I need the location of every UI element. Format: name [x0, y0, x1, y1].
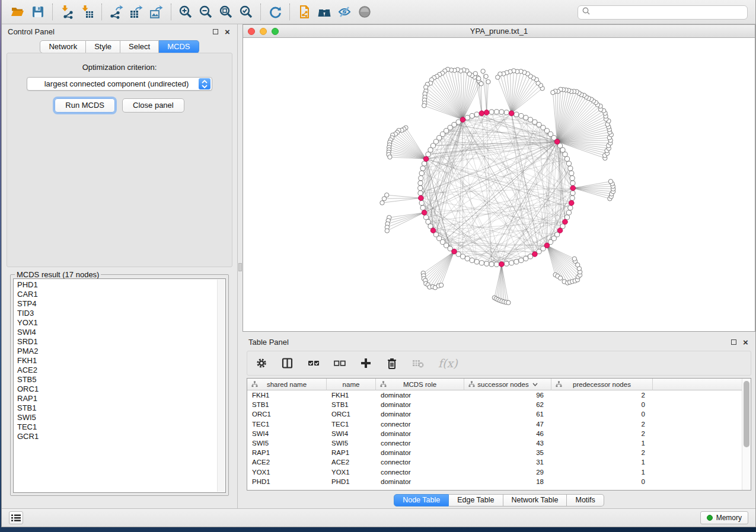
- cell[interactable]: ACE2: [327, 457, 376, 467]
- table-row[interactable]: ACE2ACE2connector311: [247, 457, 742, 467]
- cell[interactable]: YOX1: [327, 467, 376, 477]
- column-header-successor-nodes[interactable]: successor nodes: [464, 379, 551, 390]
- cell[interactable]: 1: [551, 438, 653, 448]
- table-row[interactable]: SWI4SWI4dominator462: [247, 429, 742, 438]
- cell[interactable]: dominator: [376, 400, 464, 409]
- import-network-icon[interactable]: [57, 2, 77, 21]
- import-table-icon[interactable]: [77, 2, 97, 21]
- columns-icon[interactable]: [282, 355, 294, 371]
- zoom-selected-icon[interactable]: [236, 2, 256, 21]
- mcds-node-item[interactable]: TID3: [17, 309, 225, 318]
- search-input[interactable]: [591, 8, 744, 17]
- cell[interactable]: PHD1: [247, 477, 327, 486]
- cell[interactable]: STB1: [247, 400, 327, 409]
- cell[interactable]: connector: [376, 419, 464, 429]
- cell[interactable]: 1: [551, 467, 653, 477]
- cell[interactable]: 29: [464, 467, 551, 477]
- table-row[interactable]: TEC1TEC1connector472: [247, 419, 742, 429]
- cell[interactable]: 62: [464, 400, 551, 409]
- cell[interactable]: connector: [376, 438, 464, 448]
- cell[interactable]: 47: [464, 419, 551, 429]
- zoom-fit-icon[interactable]: [216, 2, 236, 21]
- mcds-node-item[interactable]: PHD1: [17, 280, 225, 290]
- memory-button[interactable]: Memory: [700, 511, 748, 524]
- tab-node-table[interactable]: Node Table: [394, 494, 449, 507]
- mcds-node-item[interactable]: CAR1: [17, 290, 225, 299]
- mcds-node-item[interactable]: SWI5: [17, 413, 225, 422]
- zoom-in-icon[interactable]: [176, 2, 196, 21]
- open-icon[interactable]: [8, 2, 28, 21]
- cell[interactable]: 0: [551, 409, 653, 419]
- table-row[interactable]: RAP1RAP1dominator352: [247, 448, 742, 457]
- cell[interactable]: 46: [464, 429, 551, 438]
- tab-network[interactable]: Network: [40, 40, 86, 53]
- cell[interactable]: 35: [464, 448, 551, 457]
- tab-edge-table[interactable]: Edge Table: [449, 494, 503, 507]
- cell[interactable]: dominator: [376, 477, 464, 486]
- cell[interactable]: 31: [464, 457, 551, 467]
- mcds-node-item[interactable]: STB5: [17, 375, 225, 384]
- delete-rows-icon[interactable]: [386, 355, 398, 371]
- mcds-node-item[interactable]: FKH1: [17, 356, 225, 366]
- column-header-MCDS-role[interactable]: MCDS role: [376, 379, 464, 390]
- column-header-predecessor-nodes[interactable]: predecessor nodes: [551, 379, 653, 390]
- mcds-node-item[interactable]: TEC1: [17, 422, 225, 432]
- cell[interactable]: dominator: [376, 409, 464, 419]
- select-all-icon[interactable]: [308, 355, 320, 371]
- cell[interactable]: TEC1: [247, 419, 327, 429]
- tab-select[interactable]: Select: [120, 40, 159, 53]
- cell[interactable]: 1: [551, 457, 653, 467]
- column-header-shared-name[interactable]: shared name: [247, 379, 327, 390]
- table-row[interactable]: SWI5SWI5connector431: [247, 438, 742, 448]
- cell[interactable]: TEC1: [327, 419, 376, 429]
- table-row[interactable]: PHD1PHD1dominator180: [247, 477, 742, 486]
- mcds-node-item[interactable]: SRD1: [17, 337, 225, 347]
- task-history-button[interactable]: [9, 511, 23, 524]
- cell[interactable]: 2: [551, 390, 653, 400]
- float-panel-icon[interactable]: [212, 28, 219, 36]
- cell[interactable]: 43: [464, 438, 551, 448]
- mcds-node-item[interactable]: GCR1: [17, 432, 225, 441]
- close-table-panel-icon[interactable]: ×: [742, 338, 749, 346]
- cell[interactable]: FKH1: [327, 390, 376, 400]
- table-row[interactable]: FKH1FKH1dominator962: [247, 390, 742, 400]
- cell[interactable]: STB1: [327, 400, 376, 409]
- cell[interactable]: FKH1: [247, 390, 327, 400]
- cell[interactable]: 96: [464, 390, 551, 400]
- table-row[interactable]: YOX1YOX1connector291: [247, 467, 742, 477]
- cell[interactable]: RAP1: [327, 448, 376, 457]
- vertical-splitter[interactable]: [238, 24, 243, 508]
- cell[interactable]: 2: [551, 419, 653, 429]
- tab-style[interactable]: Style: [86, 40, 120, 53]
- export-document-icon[interactable]: [294, 2, 314, 21]
- cell[interactable]: ORC1: [247, 409, 327, 419]
- cell[interactable]: connector: [376, 457, 464, 467]
- splitter-grip[interactable]: [238, 263, 242, 271]
- cell[interactable]: 61: [464, 409, 551, 419]
- add-row-icon[interactable]: [360, 355, 372, 371]
- column-header-name[interactable]: name: [327, 379, 376, 390]
- float-table-panel-icon[interactable]: [730, 338, 738, 346]
- cell[interactable]: 18: [464, 477, 551, 486]
- cell[interactable]: ACE2: [247, 457, 327, 467]
- cell[interactable]: SWI4: [327, 429, 376, 438]
- table-scrollbar-thumb[interactable]: [744, 381, 749, 447]
- deselect-all-icon[interactable]: [334, 355, 346, 371]
- cell[interactable]: 0: [551, 477, 653, 486]
- first-neighbors-icon[interactable]: [314, 2, 334, 21]
- close-panel-icon[interactable]: ×: [224, 28, 231, 36]
- table-row[interactable]: ORC1ORC1dominator610: [247, 409, 742, 419]
- table-scrollbar[interactable]: [742, 379, 751, 490]
- cell[interactable]: 2: [551, 448, 653, 457]
- table-row[interactable]: STB1STB1dominator620: [247, 400, 742, 409]
- cell[interactable]: SWI5: [247, 438, 327, 448]
- apply-layout-icon[interactable]: [265, 2, 285, 21]
- network-search-box[interactable]: [578, 5, 748, 20]
- tab-network-table[interactable]: Network Table: [503, 494, 567, 507]
- mcds-node-item[interactable]: RAP1: [17, 394, 225, 403]
- mcds-node-item[interactable]: STP4: [17, 299, 225, 309]
- cell[interactable]: ORC1: [327, 409, 376, 419]
- run-mcds-button[interactable]: Run MCDS: [55, 98, 115, 113]
- export-network-icon[interactable]: [106, 2, 126, 21]
- criterion-select[interactable]: largest connected component (undirected): [27, 77, 212, 91]
